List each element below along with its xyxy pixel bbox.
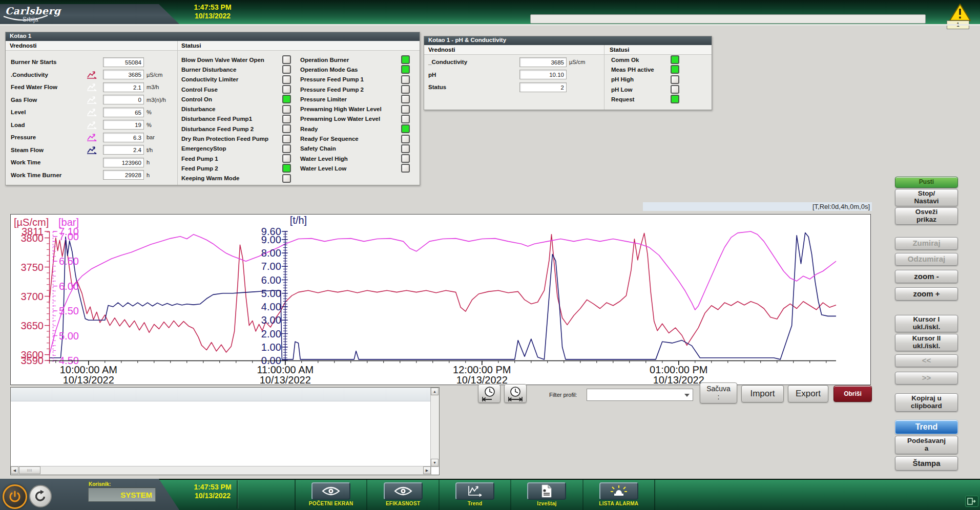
- status-label: Safety Chain: [300, 145, 401, 152]
- sidebar-button-zoom-in[interactable]: zoom +: [895, 287, 958, 301]
- sidebar-button-osvezi-prikaz[interactable]: Osvežiprikaz: [895, 207, 958, 225]
- sidebar-button-pusti[interactable]: Pusti: [895, 177, 958, 188]
- value-field[interactable]: 19: [103, 120, 144, 130]
- nav-button-trend[interactable]: Trend: [440, 479, 511, 510]
- horizontal-scrollbar[interactable]: ◀ |||| ▶: [11, 466, 431, 475]
- status-label: Blow Down Valve Water Open: [181, 57, 282, 63]
- sidebar-button-trend[interactable]: Trend: [895, 420, 958, 434]
- exit-icon[interactable]: [965, 496, 978, 507]
- trend-mini-icon[interactable]: [87, 133, 103, 141]
- scroll-up-button[interactable]: ▲: [431, 388, 439, 395]
- value-field[interactable]: 65: [103, 108, 144, 117]
- power-button[interactable]: [3, 484, 27, 509]
- value-label: Gas Flow: [11, 97, 87, 103]
- curve-legend-listbox[interactable]: ▲ ▼ ◀ |||| ▶: [10, 387, 440, 475]
- value-unit: m3(n)/h: [147, 97, 166, 103]
- status-led: [282, 115, 291, 123]
- button-label: <<: [922, 356, 931, 365]
- value-field[interactable]: 10.10: [519, 70, 567, 79]
- status-label: EmergencyStop: [181, 145, 282, 152]
- trend-icon: [455, 482, 494, 500]
- value-field[interactable]: 0: [103, 95, 144, 104]
- delete-button[interactable]: Obriši: [833, 386, 872, 402]
- vertical-scrollbar[interactable]: ▲ ▼: [430, 388, 439, 466]
- sidebar-button-step-forward[interactable]: >>: [895, 372, 958, 385]
- value-field[interactable]: 3685: [103, 70, 144, 79]
- value-label: Load: [11, 122, 87, 128]
- export-button[interactable]: Export: [788, 385, 828, 402]
- status-row: Conductivity Limiter: [181, 75, 291, 84]
- trend-mini-icon[interactable]: [87, 121, 103, 129]
- scrollbar-thumb[interactable]: ||||: [19, 466, 40, 474]
- status-label: Water Level Low: [300, 165, 401, 172]
- button-label: zoom +: [913, 290, 940, 299]
- user-field[interactable]: SYSTEM: [88, 487, 156, 502]
- trend-mini-icon[interactable]: [87, 83, 103, 91]
- trend-mini-icon[interactable]: [87, 96, 103, 104]
- status-row: Feed Pump 1: [181, 154, 291, 163]
- button-label: Odzumiraj: [908, 255, 945, 264]
- nav-button-pocetni-ekran[interactable]: POČETNI EKRAN: [296, 479, 367, 510]
- sidebar-button-kursor-1[interactable]: Kursor Iukl./iskl.: [895, 315, 958, 332]
- trend-mini-icon[interactable]: [87, 71, 103, 79]
- svg-text:5.50: 5.50: [59, 305, 79, 316]
- filter-profile-value: [587, 392, 589, 398]
- status-row: Pressure Feed Pump 1: [300, 75, 410, 84]
- kotao1-statusi-header: Statusi: [181, 42, 201, 49]
- sidebar-button-zoom-out[interactable]: zoom -: [895, 270, 958, 283]
- status-row: Control Fuse: [181, 84, 291, 94]
- time-window-button[interactable]: [504, 384, 527, 403]
- time-range-button[interactable]: [478, 384, 501, 403]
- filter-profile-select[interactable]: [587, 389, 693, 401]
- refresh-button[interactable]: [29, 485, 52, 507]
- svg-text:11:00:00 AM: 11:00:00 AM: [257, 364, 314, 375]
- nav-button-izvestaj[interactable]: Izveštaj: [511, 479, 583, 510]
- nav-button-label: LISTA ALARMA: [599, 501, 638, 506]
- chart-canvas[interactable]: 3811380037503700365036003590[µS/cm]7.107…: [11, 215, 870, 385]
- status-label: pH High: [611, 76, 671, 82]
- value-label: Work Time Burner: [11, 172, 87, 178]
- sidebar-button-zumiraj[interactable]: Zumiraj: [895, 237, 958, 250]
- status-led: [282, 164, 291, 173]
- sidebar-button-copy-clipboard[interactable]: Kopiraj uclipboard: [895, 393, 958, 412]
- save-profile-button[interactable]: Sačuva :: [700, 383, 737, 403]
- sidebar-button-stampa[interactable]: Štampa: [895, 456, 958, 471]
- sidebar-button-kursor-2[interactable]: Kursor IIukl./iskl.: [895, 334, 958, 351]
- import-button[interactable]: Import: [741, 385, 784, 402]
- value-field[interactable]: 2: [519, 82, 567, 92]
- sidebar-button-step-back[interactable]: <<: [895, 354, 958, 367]
- status-led: [671, 55, 679, 64]
- trend-mini-icon[interactable]: [87, 146, 103, 154]
- value-field[interactable]: 55084: [103, 57, 144, 67]
- svg-text:8.00: 8.00: [261, 247, 281, 259]
- sidebar-button-stop-nastavi[interactable]: Stop/Nastavi: [895, 189, 958, 206]
- value-field[interactable]: 2.4: [103, 145, 144, 155]
- button-label: ukl./iskl.: [913, 343, 940, 350]
- value-field[interactable]: 29928: [103, 170, 144, 180]
- button-label: ukl./iskl.: [913, 324, 940, 331]
- value-row: .Conductivity3685µS/cm: [11, 69, 170, 81]
- button-label: Kopiraj u: [911, 395, 942, 402]
- value-field[interactable]: 123960: [103, 158, 144, 167]
- trend-chart[interactable]: 3811380037503700365036003590[µS/cm]7.107…: [10, 214, 871, 385]
- alarm-icon: [599, 482, 638, 500]
- scroll-down-button[interactable]: ▼: [431, 459, 439, 466]
- status-label: Ready: [300, 126, 401, 132]
- status-label: Water Level High: [300, 156, 401, 162]
- value-field[interactable]: 3685: [519, 57, 567, 67]
- nav-button-efikasnost[interactable]: EFIKASNOST: [367, 479, 439, 510]
- svg-text:3590: 3590: [21, 355, 44, 366]
- value-field[interactable]: 6.3: [103, 133, 144, 142]
- value-field[interactable]: 2.1: [103, 82, 144, 92]
- button-label: Osveži: [915, 208, 938, 216]
- sidebar-button-podesavanja[interactable]: Podešavanja: [895, 436, 958, 454]
- statusbar-separator: [237, 480, 238, 508]
- sidebar-button-odzumiraj[interactable]: Odzumiraj: [895, 253, 958, 266]
- ph-values-list: _Conductivity3685µS/cmpH10.10Status2: [428, 56, 597, 94]
- trend-mini-icon[interactable]: [87, 108, 103, 116]
- clock-display-top: 1:47:53 PM 10/13/2022: [184, 3, 241, 20]
- status-led: [671, 95, 679, 103]
- scroll-left-button[interactable]: ◀: [11, 466, 18, 474]
- nav-button-lista-alarma[interactable]: LISTA ALARMA: [583, 479, 654, 510]
- scroll-right-button[interactable]: ▶: [423, 466, 431, 474]
